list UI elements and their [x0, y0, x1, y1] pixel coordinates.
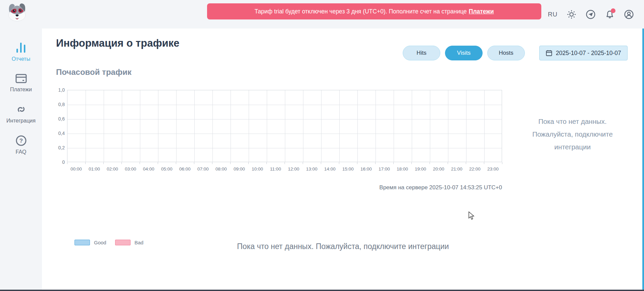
x-gridline	[212, 90, 213, 162]
x-axis-tickmark	[321, 162, 321, 164]
y-axis-tick-label: 0,2	[55, 145, 65, 150]
raccoon-logo[interactable]	[6, 2, 28, 22]
y-axis-tick-label: 0,4	[55, 131, 65, 136]
sidebar-item-label: Интеграция	[6, 118, 36, 124]
x-axis-tickmark	[230, 162, 231, 164]
x-axis-tickmark	[158, 162, 158, 164]
x-axis-tick-label: 12:00	[285, 166, 303, 172]
x-axis-tick-label: 13:00	[303, 166, 321, 172]
x-axis-tickmark	[85, 162, 86, 164]
x-axis-tick-label: 16:00	[357, 166, 375, 172]
x-axis-tick-label: 01:00	[85, 166, 103, 172]
x-axis-tick-label: 17:00	[375, 166, 393, 172]
x-axis-tick-label: 10:00	[248, 166, 266, 172]
sidebar-item-integration[interactable]: Интеграция	[0, 104, 42, 124]
x-axis-tickmark	[484, 162, 484, 164]
notification-dot	[611, 8, 615, 13]
theme-sun-icon[interactable]	[566, 9, 577, 19]
x-gridline	[412, 90, 412, 162]
x-axis-tick-label: 20:00	[430, 166, 448, 172]
x-gridline	[122, 90, 122, 162]
alert-payments-link[interactable]: Платежи	[469, 8, 494, 15]
alert-text: Тариф trial будет отключен через 3 дня (…	[254, 8, 466, 15]
credit-card-icon	[15, 73, 27, 84]
telegram-icon[interactable]	[586, 9, 596, 19]
question-icon: ?	[15, 135, 27, 146]
server-time: Время на сервере 2025-10-07 14:53:25 UTC…	[42, 184, 502, 191]
x-gridline	[430, 90, 430, 162]
x-axis-tick-label: 05:00	[158, 166, 176, 172]
x-axis-tick-label: 15:00	[339, 166, 357, 172]
calendar-icon	[546, 50, 552, 56]
x-axis-tickmark	[411, 162, 412, 164]
vertical-scrollbar[interactable]	[642, 29, 644, 290]
x-gridline	[86, 90, 86, 162]
main-content: Информация о трафике Hits Visits Hosts 2…	[42, 29, 644, 291]
hourly-traffic-chart: GoodBad 1,00,80,60,40,2000:0001:0002:000…	[56, 90, 506, 177]
notifications-bell-icon[interactable]	[605, 9, 615, 19]
y-axis-tick-label: 0,8	[55, 102, 65, 107]
x-gridline	[466, 90, 466, 162]
sidebar-item-reports[interactable]: Отчеты	[0, 42, 42, 62]
x-axis-tick-label: 14:00	[321, 166, 339, 172]
sidebar-item-payments[interactable]: Платежи	[0, 73, 42, 93]
x-axis-tickmark	[466, 162, 466, 164]
x-axis-tickmark	[103, 162, 104, 164]
language-selector[interactable]: RU	[548, 11, 557, 18]
x-gridline	[140, 90, 140, 162]
svg-text:?: ?	[19, 138, 22, 144]
sidebar-item-label: Отчеты	[12, 56, 30, 62]
x-gridline	[176, 90, 177, 162]
y-axis-tick-label: 0	[55, 159, 65, 165]
x-axis-tickmark	[248, 162, 249, 164]
bar-chart-icon	[15, 42, 27, 53]
x-gridline	[231, 90, 231, 162]
chart-plot	[67, 90, 502, 162]
no-data-message-side: Пока что нет данных. Пожалуйста, подключ…	[521, 115, 625, 153]
x-axis-tickmark	[140, 162, 140, 164]
x-gridline	[394, 90, 394, 162]
x-gridline	[339, 90, 340, 162]
header-actions: RU	[548, 0, 634, 29]
x-axis-tickmark	[339, 162, 339, 164]
account-icon[interactable]	[624, 9, 634, 19]
trial-alert-banner: Тариф trial будет отключен через 3 дня (…	[207, 3, 541, 19]
x-axis-tickmark	[67, 162, 67, 164]
tab-visits[interactable]: Visits	[445, 46, 483, 60]
x-gridline	[267, 90, 267, 162]
x-axis-tick-label: 19:00	[411, 166, 430, 172]
x-gridline	[303, 90, 303, 162]
x-axis-tick-label: 08:00	[212, 166, 230, 172]
x-axis-tick-label: 07:00	[194, 166, 212, 172]
horizontal-scrollbar[interactable]	[0, 290, 644, 291]
tab-hosts[interactable]: Hosts	[487, 46, 525, 60]
sidebar-item-label: Платежи	[10, 87, 32, 93]
sidebar-item-label: FAQ	[15, 149, 26, 155]
x-axis-tick-label: 04:00	[140, 166, 158, 172]
sidebar-item-faq[interactable]: ? FAQ	[0, 135, 42, 155]
x-axis-tick-label: 23:00	[484, 166, 502, 172]
x-axis-tick-label: 00:00	[67, 166, 85, 172]
y-gridline	[67, 119, 502, 119]
page-title: Информация о трафике	[56, 37, 180, 49]
x-axis-tickmark	[212, 162, 212, 164]
x-gridline	[321, 90, 321, 162]
x-axis-tickmark	[357, 162, 357, 164]
y-axis-tick-label: 1,0	[55, 87, 65, 93]
no-data-message-bottom: Пока что нет данных. Пожалуйста, подключ…	[42, 242, 644, 251]
link-icon	[15, 104, 27, 115]
x-axis-tickmark	[121, 162, 122, 164]
y-gridline	[67, 148, 502, 148]
x-axis-tickmark	[393, 162, 394, 164]
tab-hits[interactable]: Hits	[403, 46, 440, 60]
x-axis-tickmark	[266, 162, 267, 164]
x-axis-tickmark	[303, 162, 303, 164]
x-gridline	[249, 90, 249, 162]
y-gridline	[67, 134, 502, 134]
x-gridline	[194, 90, 195, 162]
date-range-picker[interactable]: 2025-10-07 - 2025-10-07	[539, 46, 628, 60]
x-gridline	[376, 90, 376, 162]
date-range-value: 2025-10-07 - 2025-10-07	[556, 50, 621, 57]
x-axis-tickmark	[375, 162, 376, 164]
chart-section-title: Почасовой трафик	[56, 67, 132, 77]
